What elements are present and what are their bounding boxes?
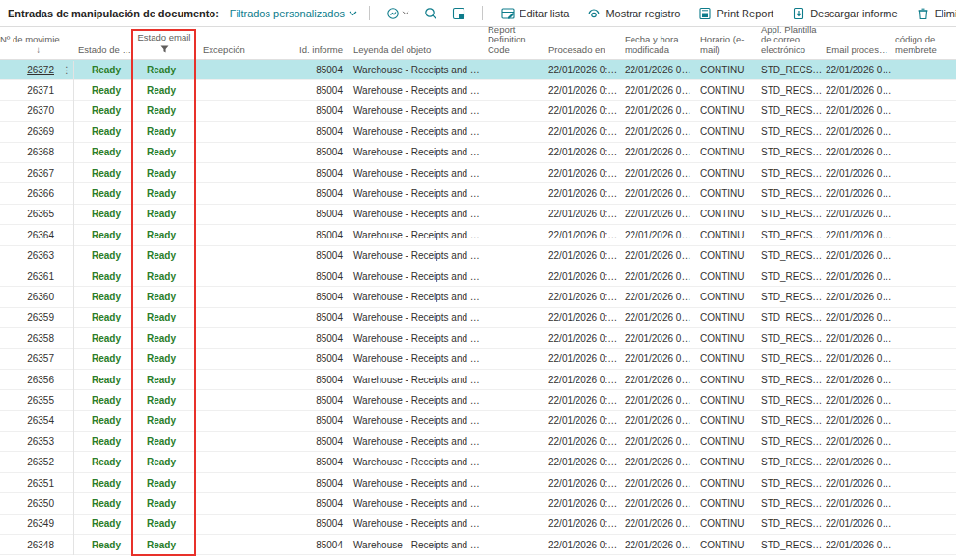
table-row[interactable]: 26368 Ready Ready 85004 Warehouse - Rece… [0, 143, 956, 163]
row-menu-dots[interactable]: ⋮ [60, 65, 73, 75]
schedule-value[interactable]: CONTINU [693, 188, 757, 199]
entry-no-link[interactable]: 26359 [27, 312, 54, 322]
column-header-report-id[interactable]: Id. informe [293, 45, 345, 60]
entry-no-link[interactable]: 26367 [27, 168, 54, 179]
email-template-value[interactable]: STD_RECSHIP [757, 65, 823, 75]
column-header-report-def-code[interactable]: Report Definition Code [486, 25, 546, 60]
entry-no-link[interactable]: 26369 [27, 126, 54, 137]
email-template-value[interactable]: STD_RECSHIP [757, 147, 823, 157]
entry-no-link[interactable]: 26370 [27, 105, 54, 116]
show-log-button[interactable]: Mostrar registro [580, 7, 687, 20]
email-template-value[interactable]: STD_RECSHIP [757, 105, 823, 116]
table-row[interactable]: 26364 Ready Ready 85004 Warehouse - Rece… [0, 225, 956, 245]
table-row[interactable]: 26361 Ready Ready 85004 Warehouse - Rece… [0, 266, 956, 287]
schedule-value[interactable]: CONTINU [693, 518, 757, 529]
table-row[interactable]: 26369 Ready Ready 85004 Warehouse - Rece… [0, 122, 956, 142]
entry-no-link[interactable]: 26372 [27, 65, 54, 75]
email-template-value[interactable]: STD_RECSHIP [757, 230, 823, 240]
table-row[interactable]: 26348 Ready Ready 85004 Warehouse - Rece… [0, 535, 956, 555]
entry-no-link[interactable]: 26363 [27, 250, 54, 261]
column-header-email-status[interactable]: Estado email [132, 33, 196, 59]
email-template-value[interactable]: STD_RECSHIP [757, 518, 823, 529]
column-header-exception[interactable]: Excepción [196, 45, 293, 60]
entry-no-link[interactable]: 26361 [27, 271, 54, 282]
email-template-value[interactable]: STD_RECSHIP [757, 188, 823, 199]
schedule-value[interactable]: CONTINU [693, 85, 757, 96]
column-header-schedule[interactable]: Horario (e-mail) [693, 35, 757, 59]
download-report-button[interactable]: Descargar informe [785, 7, 904, 20]
table-row[interactable]: 26365 Ready Ready 85004 Warehouse - Rece… [0, 205, 956, 225]
entry-no-link[interactable]: 26352 [27, 457, 54, 467]
schedule-value[interactable]: CONTINU [693, 126, 757, 137]
schedule-value[interactable]: CONTINU [693, 312, 757, 322]
schedule-value[interactable]: CONTINU [693, 168, 757, 179]
column-header-processed-at[interactable]: Procesado en [546, 45, 618, 60]
email-template-value[interactable]: STD_RECSHIP [757, 457, 823, 467]
email-template-value[interactable]: STD_RECSHIP [757, 436, 823, 447]
email-template-value[interactable]: STD_RECSHIP [757, 415, 823, 426]
print-report-button[interactable]: Print Report [691, 7, 780, 20]
email-template-value[interactable]: STD_RECSHIP [757, 333, 823, 344]
analysis-mode-button[interactable] [381, 7, 414, 20]
email-template-value[interactable]: STD_RECSHIP [757, 85, 823, 96]
column-header-entry-no[interactable]: Nº de movimiento ↓ [0, 35, 60, 59]
search-button[interactable] [419, 7, 442, 20]
entry-no-link[interactable]: 26355 [27, 395, 54, 406]
copy-button[interactable] [447, 7, 470, 20]
view-filter-dropdown[interactable]: Filtrados personalizados [230, 8, 357, 19]
table-row[interactable]: 26366 Ready Ready 85004 Warehouse - Rece… [0, 183, 956, 204]
table-row[interactable]: 26355 Ready Ready 85004 Warehouse - Rece… [0, 390, 956, 410]
table-row[interactable]: 26359 Ready Ready 85004 Warehouse - Rece… [0, 308, 956, 328]
entry-no-link[interactable]: 26350 [27, 498, 54, 509]
schedule-value[interactable]: CONTINU [693, 436, 757, 447]
schedule-value[interactable]: CONTINU [693, 147, 757, 157]
email-template-value[interactable]: STD_RECSHIP [757, 478, 823, 489]
entry-no-link[interactable]: 26358 [27, 333, 54, 344]
table-row[interactable]: 26351 Ready Ready 85004 Warehouse - Rece… [0, 473, 956, 493]
email-template-value[interactable]: STD_RECSHIP [757, 271, 823, 282]
schedule-value[interactable]: CONTINU [693, 353, 757, 364]
entry-no-link[interactable]: 26368 [27, 147, 54, 157]
column-header-letterhead[interactable]: código de membrete [892, 35, 956, 59]
schedule-value[interactable]: CONTINU [693, 395, 757, 406]
email-template-value[interactable]: STD_RECSHIP [757, 395, 823, 406]
schedule-value[interactable]: CONTINU [693, 498, 757, 509]
column-header-email-processed-at[interactable]: Email procesado en [823, 45, 892, 60]
table-row[interactable]: 26363 Ready Ready 85004 Warehouse - Rece… [0, 246, 956, 266]
entry-no-link[interactable]: 26356 [27, 375, 54, 385]
table-row[interactable]: 26360 Ready Ready 85004 Warehouse - Rece… [0, 287, 956, 307]
table-row[interactable]: 26353 Ready Ready 85004 Warehouse - Rece… [0, 432, 956, 452]
schedule-value[interactable]: CONTINU [693, 292, 757, 302]
entry-no-link[interactable]: 26351 [27, 478, 54, 489]
table-row[interactable]: 26358 Ready Ready 85004 Warehouse - Rece… [0, 328, 956, 349]
delete-printed-doc-button[interactable]: Eliminar documento impreso [910, 7, 956, 20]
schedule-value[interactable]: CONTINU [693, 209, 757, 219]
column-header-print-status[interactable]: Estado de la Impresión [73, 45, 132, 60]
email-template-value[interactable]: STD_RECSHIP [757, 168, 823, 179]
table-row[interactable]: 26349 Ready Ready 85004 Warehouse - Rece… [0, 515, 956, 535]
table-row[interactable]: 26367 Ready Ready 85004 Warehouse - Rece… [0, 163, 956, 183]
column-header-object-caption[interactable]: Leyenda del objeto [345, 45, 486, 60]
table-row[interactable]: 26354 Ready Ready 85004 Warehouse - Rece… [0, 411, 956, 432]
column-header-email-template[interactable]: Appl. Plantilla de correo electrónico [757, 25, 823, 60]
schedule-value[interactable]: CONTINU [693, 540, 757, 550]
email-template-value[interactable]: STD_RECSHIP [757, 353, 823, 364]
entry-no-link[interactable]: 26357 [27, 353, 54, 364]
email-template-value[interactable]: STD_RECSHIP [757, 312, 823, 322]
table-row[interactable]: 26370 Ready Ready 85004 Warehouse - Rece… [0, 101, 956, 122]
edit-list-button[interactable]: Editar lista [494, 7, 576, 20]
table-row[interactable]: 26357 Ready Ready 85004 Warehouse - Rece… [0, 349, 956, 369]
schedule-value[interactable]: CONTINU [693, 65, 757, 75]
entry-no-link[interactable]: 26366 [27, 188, 54, 199]
schedule-value[interactable]: CONTINU [693, 457, 757, 467]
table-row[interactable]: 26371 Ready Ready 85004 Warehouse - Rece… [0, 80, 956, 100]
email-template-value[interactable]: STD_RECSHIP [757, 540, 823, 550]
table-row[interactable]: 26356 Ready Ready 85004 Warehouse - Rece… [0, 370, 956, 390]
entry-no-link[interactable]: 26371 [27, 85, 54, 96]
entry-no-link[interactable]: 26349 [27, 518, 54, 529]
schedule-value[interactable]: CONTINU [693, 250, 757, 261]
email-template-value[interactable]: STD_RECSHIP [757, 209, 823, 219]
entry-no-link[interactable]: 26353 [27, 436, 54, 447]
email-template-value[interactable]: STD_RECSHIP [757, 498, 823, 509]
table-row[interactable]: 26352 Ready Ready 85004 Warehouse - Rece… [0, 452, 956, 472]
